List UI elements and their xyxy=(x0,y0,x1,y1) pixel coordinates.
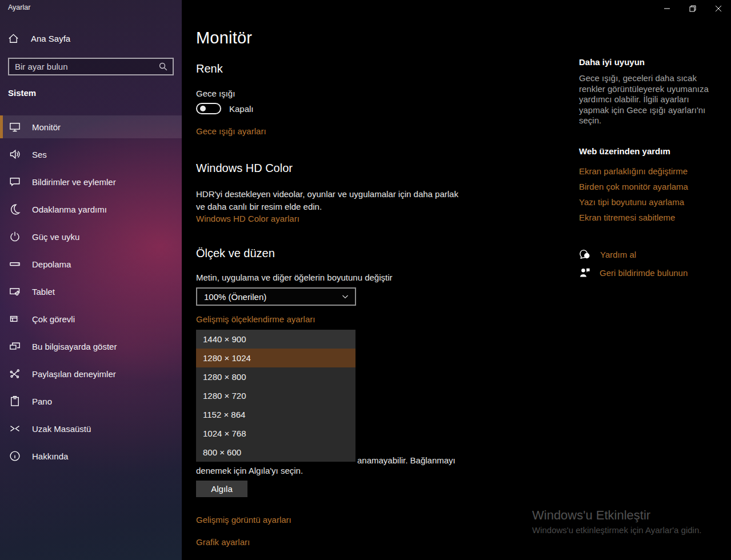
sidebar: Ayarlar Ana Sayfa Sistem Monitör xyxy=(0,0,182,560)
app-title: Ayarlar xyxy=(8,3,30,11)
hd-color-settings-link[interactable]: Windows HD Color ayarları xyxy=(196,214,299,223)
toggle-knob xyxy=(200,106,206,111)
detect-button[interactable]: Algıla xyxy=(196,481,247,497)
sidebar-item-sound[interactable]: Ses xyxy=(0,143,182,166)
sleep-tip-heading: Daha iyi uyuyun xyxy=(579,57,645,67)
sidebar-item-label: Çok görevli xyxy=(32,314,75,324)
sidebar-item-label: Depolama xyxy=(32,259,71,269)
scale-select-value: 100% (Önerilen) xyxy=(204,292,341,302)
tablet-icon xyxy=(9,286,21,297)
shared-experiences-icon xyxy=(9,368,21,379)
sidebar-home-label: Ana Sayfa xyxy=(31,34,70,43)
advanced-scaling-link[interactable]: Gelişmiş ölçeklendirme ayarları xyxy=(196,314,315,324)
get-help-icon: ? xyxy=(579,249,591,261)
sidebar-item-clipboard[interactable]: Pano xyxy=(0,390,182,413)
night-light-settings-link[interactable]: Gece ışığı ayarları xyxy=(196,126,266,136)
sidebar-item-focus-assist[interactable]: Odaklanma yardımı xyxy=(0,198,182,221)
clipboard-icon xyxy=(9,395,21,407)
feedback-label: Geri bildirimde bulunun xyxy=(600,268,688,278)
watermark-title: Windows'u Etkinleştir xyxy=(532,508,701,523)
sidebar-item-storage[interactable]: Depolama xyxy=(0,253,182,275)
sidebar-item-home[interactable]: Ana Sayfa xyxy=(8,33,70,44)
sidebar-item-label: Uzak Masaüstü xyxy=(32,424,91,434)
sidebar-item-notifications[interactable]: Bildirimler ve eylemler xyxy=(0,170,182,193)
feedback-icon xyxy=(579,267,590,278)
notifications-icon xyxy=(9,176,21,187)
sidebar-item-power-sleep[interactable]: Güç ve uyku xyxy=(0,225,182,248)
sidebar-item-label: Pano xyxy=(32,397,52,406)
night-light-label: Gece ışığı xyxy=(196,89,235,98)
get-help-row[interactable]: ? Yardım al xyxy=(579,249,636,261)
resolution-dropdown-list: 1440 × 900 1280 × 1024 1280 × 800 1280 ×… xyxy=(196,330,355,462)
sidebar-item-label: Güç ve uyku xyxy=(32,232,79,242)
sidebar-item-label: Monitör xyxy=(32,122,61,132)
restore-button[interactable] xyxy=(680,0,705,17)
hd-color-description: HDR'yi destekleyen videolar, oyunlar ve … xyxy=(196,188,460,213)
svg-text:?: ? xyxy=(585,253,588,258)
info-icon xyxy=(9,450,21,462)
page-title: Monitör xyxy=(196,29,252,47)
minimize-button[interactable] xyxy=(654,0,680,17)
graphics-settings-link[interactable]: Grafik ayarları xyxy=(196,537,250,547)
night-light-toggle[interactable] xyxy=(196,103,221,114)
advanced-display-link[interactable]: Gelişmiş görüntü ayarları xyxy=(196,515,291,525)
sidebar-item-tablet[interactable]: Tablet xyxy=(0,280,182,303)
scale-label: Metin, uygulama ve diğer öğelerin boyutu… xyxy=(196,273,393,282)
home-icon xyxy=(8,33,19,44)
sidebar-item-monitor[interactable]: Monitör xyxy=(0,115,182,138)
help-link-font-size[interactable]: Yazı tipi boyutunu ayarlama xyxy=(579,197,684,207)
feedback-row[interactable]: Geri bildirimde bulunun xyxy=(579,267,688,278)
resolution-option[interactable]: 1280 × 800 xyxy=(196,367,355,386)
sidebar-item-label: Hakkında xyxy=(32,451,68,461)
sidebar-item-remote-desktop[interactable]: Uzak Masaüstü xyxy=(0,417,182,440)
resolution-option[interactable]: 1280 × 720 xyxy=(196,386,355,405)
resolution-option[interactable]: 1152 × 864 xyxy=(196,405,355,424)
detect-text-line2: denemek için Algıla'yı seçin. xyxy=(196,466,303,475)
scale-select[interactable]: 100% (Önerilen) xyxy=(196,287,356,306)
scale-section-heading: Ölçek ve düzen xyxy=(196,247,275,260)
search-input[interactable] xyxy=(15,62,158,71)
sidebar-nav: Monitör Ses Bildirimler ve eylemler xyxy=(0,115,182,472)
monitor-icon xyxy=(9,121,21,133)
sleep-tip-text: Gece ışığı, geceleri daha sıcak renkler … xyxy=(579,73,719,126)
sidebar-item-label: Bildirimler ve eylemler xyxy=(32,177,116,187)
resolution-option[interactable]: 1024 × 768 xyxy=(196,424,355,443)
get-help-label: Yardım al xyxy=(600,250,636,259)
focus-moon-icon xyxy=(9,203,21,215)
remote-desktop-icon xyxy=(9,423,21,434)
help-link-multi-monitor[interactable]: Birden çok monitör ayarlama xyxy=(579,182,688,191)
watermark-subtitle: Windows'u etkinleştirmek için Ayarlar'a … xyxy=(532,525,701,535)
storage-icon xyxy=(9,258,21,270)
resolution-option[interactable]: 1440 × 900 xyxy=(196,330,355,349)
power-icon xyxy=(9,231,21,242)
settings-search-box[interactable] xyxy=(8,58,174,75)
web-help-heading: Web üzerinden yardım xyxy=(579,146,670,156)
speaker-icon xyxy=(9,149,21,160)
sidebar-item-about[interactable]: Hakkında xyxy=(0,445,182,467)
sidebar-section-label: Sistem xyxy=(8,88,36,98)
detect-text-fragment: anamayabilir. Bağlanmayı xyxy=(357,455,456,465)
night-light-toggle-row: Kapalı xyxy=(196,103,254,114)
help-link-flicker[interactable]: Ekran titremesi sabitleme xyxy=(579,213,675,222)
sidebar-item-shared-experiences[interactable]: Paylaşılan deneyimler xyxy=(0,362,182,385)
sidebar-item-label: Bu bilgisayarda göster xyxy=(32,342,117,351)
sidebar-item-label: Tablet xyxy=(32,287,55,297)
sidebar-item-projecting[interactable]: Bu bilgisayarda göster xyxy=(0,335,182,358)
resolution-option-selected[interactable]: 1280 × 1024 xyxy=(196,349,355,367)
hd-color-heading: Windows HD Color xyxy=(196,162,293,175)
close-button[interactable] xyxy=(705,0,731,17)
sidebar-item-label: Ses xyxy=(32,150,47,159)
sidebar-item-multitasking[interactable]: Çok görevli xyxy=(0,307,182,330)
project-icon xyxy=(9,341,21,352)
sidebar-item-label: Odaklanma yardımı xyxy=(32,205,107,214)
window-controls xyxy=(654,0,731,17)
color-section-heading: Renk xyxy=(196,62,223,75)
help-link-brightness[interactable]: Ekran parlaklığını değiştirme xyxy=(579,166,688,176)
activation-watermark: Windows'u Etkinleştir Windows'u etkinleş… xyxy=(532,508,701,535)
search-icon[interactable] xyxy=(158,62,168,71)
sidebar-item-label: Paylaşılan deneyimler xyxy=(32,369,116,379)
multitask-icon xyxy=(9,313,21,325)
toggle-state-label: Kapalı xyxy=(229,104,254,114)
resolution-option[interactable]: 800 × 600 xyxy=(196,443,355,462)
chevron-down-icon xyxy=(341,293,349,301)
